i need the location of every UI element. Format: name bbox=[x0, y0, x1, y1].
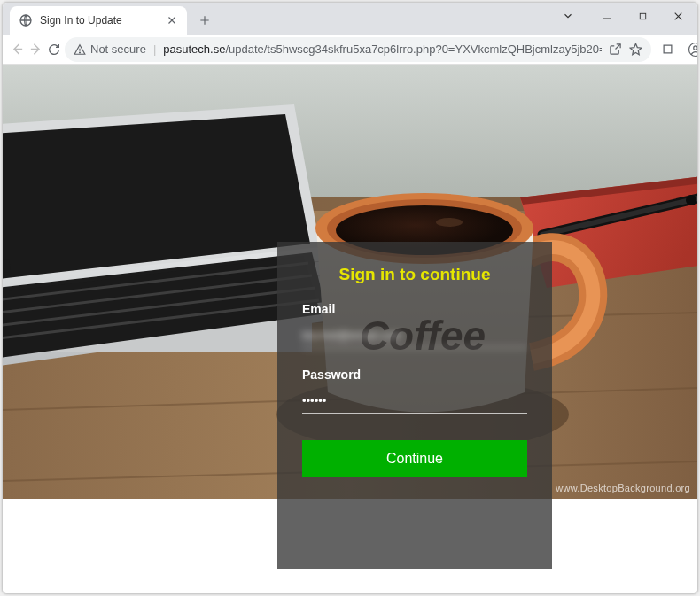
toolbar: Not secure | pasutech.se/update/ts5hwscg… bbox=[3, 35, 697, 65]
reload-button[interactable] bbox=[47, 37, 61, 62]
close-window-button[interactable] bbox=[665, 6, 690, 26]
email-label: Email bbox=[302, 302, 527, 316]
password-label: Password bbox=[302, 368, 527, 382]
new-tab-button[interactable] bbox=[192, 8, 217, 33]
page-viewport: Coffee www.DesktopBackground.org Sign in… bbox=[3, 65, 697, 593]
profile-icon[interactable] bbox=[683, 37, 698, 62]
svg-point-26 bbox=[686, 195, 696, 205]
signin-heading: Sign in to continue bbox=[302, 265, 527, 284]
warning-icon bbox=[74, 43, 86, 56]
password-field[interactable] bbox=[302, 389, 527, 414]
minimize-button[interactable] bbox=[595, 6, 619, 26]
star-icon[interactable] bbox=[629, 43, 642, 56]
browser-tab[interactable]: Sign In to Update bbox=[10, 6, 187, 35]
globe-icon bbox=[19, 13, 33, 27]
window-controls bbox=[556, 6, 690, 26]
share-icon[interactable] bbox=[609, 43, 622, 56]
svg-rect-16 bbox=[3, 259, 10, 274]
signin-card: Sign in to continue Email Password Conti… bbox=[277, 242, 552, 569]
svg-point-31 bbox=[436, 218, 463, 227]
extensions-icon[interactable] bbox=[655, 37, 680, 62]
svg-point-2 bbox=[80, 52, 81, 53]
svg-rect-3 bbox=[664, 45, 672, 53]
titlebar: Sign In to Update bbox=[3, 3, 697, 35]
security-chip[interactable]: Not secure bbox=[74, 43, 146, 56]
svg-point-5 bbox=[694, 45, 698, 50]
watermark-text: www.DesktopBackground.org bbox=[556, 483, 690, 493]
back-button[interactable] bbox=[10, 37, 25, 62]
url-text: pasutech.se/update/ts5hwscg34skfru5xa7cp… bbox=[163, 43, 602, 56]
tab-title: Sign In to Update bbox=[40, 14, 159, 27]
continue-button[interactable]: Continue bbox=[302, 440, 527, 477]
security-label: Not secure bbox=[90, 43, 146, 56]
chevron-down-icon[interactable] bbox=[556, 6, 580, 26]
browser-window: Sign In to Update bbox=[2, 2, 698, 594]
maximize-button[interactable] bbox=[630, 6, 655, 26]
email-field[interactable] bbox=[302, 323, 527, 348]
svg-rect-1 bbox=[640, 13, 645, 19]
forward-button[interactable] bbox=[28, 37, 43, 62]
close-tab-icon[interactable] bbox=[166, 14, 178, 27]
address-bar[interactable]: Not secure | pasutech.se/update/ts5hwscg… bbox=[65, 37, 651, 62]
